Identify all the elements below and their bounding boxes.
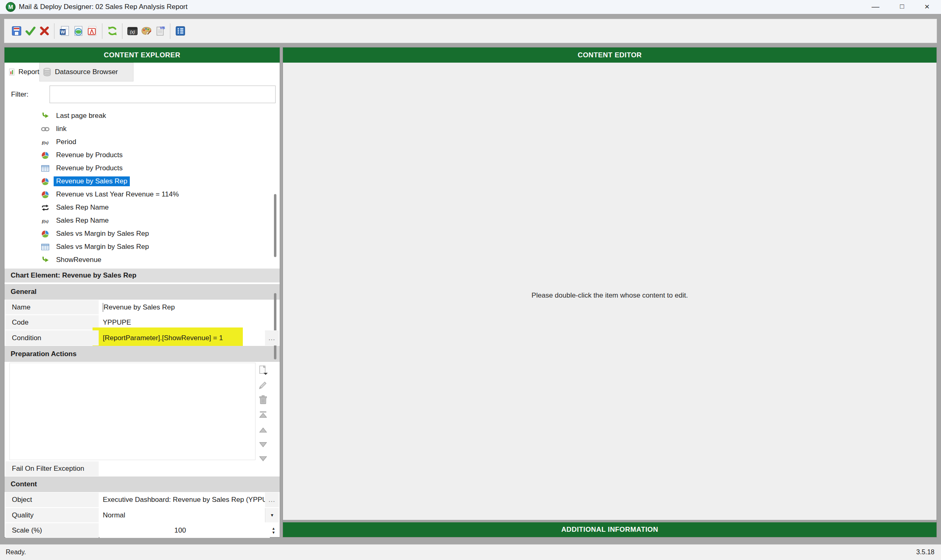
expression-icon [127, 25, 138, 36]
validate-button[interactable] [23, 24, 37, 38]
pdf-document-icon [87, 25, 98, 36]
pie-chart-icon [41, 151, 50, 160]
save-button[interactable] [9, 24, 23, 38]
refresh-button[interactable] [105, 24, 119, 38]
content-editor-header: CONTENT EDITOR [283, 47, 936, 63]
tree-item[interactable]: ShowRevenue [5, 253, 273, 266]
tree-item-selected[interactable]: Revenue by Sales Rep [5, 175, 273, 188]
maximize-button[interactable]: □ [890, 0, 914, 14]
name-label: Name [5, 300, 99, 314]
cancel-button[interactable] [37, 24, 51, 38]
move-to-top-icon [258, 410, 269, 421]
title-bar: M Mail & Deploy Designer: 02 Sales Rep A… [0, 0, 941, 14]
additional-information-header: ADDITIONAL INFORMATION [283, 522, 936, 537]
condition-label: Condition [5, 330, 99, 345]
export-html-button[interactable] [71, 24, 85, 38]
property-row-fail-on-filter: Fail On Filter Exception [5, 461, 279, 476]
quality-dropdown-button[interactable]: ▼ [265, 508, 279, 522]
status-text: Ready. [6, 544, 26, 560]
export-word-button[interactable] [57, 24, 71, 38]
move-up-icon [258, 425, 269, 436]
move-up-button[interactable] [256, 424, 269, 437]
editor-placeholder-text: Please double-click the item whose conte… [283, 291, 936, 300]
spinner-down-icon[interactable]: ▼ [272, 531, 276, 535]
expression-button[interactable] [125, 24, 139, 38]
edit-action-button[interactable] [256, 378, 269, 391]
move-down-button[interactable] [256, 438, 269, 451]
modules-button[interactable] [173, 24, 187, 38]
tab-report[interactable]: Report [5, 63, 39, 81]
report-chart-icon [8, 67, 16, 77]
checkmark-icon [25, 25, 36, 36]
toolbar-separator [102, 23, 102, 39]
condition-ellipsis-button[interactable]: ... [265, 330, 279, 345]
repeat-icon [41, 203, 50, 212]
content-explorer-panel: CONTENT EXPLORER Datasource Browser Repo… [4, 47, 280, 537]
object-ellipsis-button[interactable]: ... [265, 492, 279, 507]
filter-input[interactable] [50, 86, 276, 103]
word-document-icon [59, 25, 70, 36]
add-action-button[interactable] [256, 364, 269, 377]
condition-field[interactable]: [ReportParameter].[ShowRevenue] = 1 [100, 330, 270, 345]
modules-icon [175, 25, 186, 36]
scale-spinner[interactable]: ▲ ▼ [269, 523, 278, 538]
table-icon [41, 242, 50, 252]
section-preparation-actions: Preparation Actions [5, 346, 280, 362]
function-icon [41, 138, 50, 147]
scale-field[interactable]: 100 [100, 523, 270, 538]
property-row-object: Object Executive Dashboard: Revenue by S… [5, 492, 279, 508]
fail-on-filter-label: Fail On Filter Exception [5, 461, 99, 476]
property-row-quality: Quality Normal ▼ [5, 508, 279, 523]
window-title: Mail & Deploy Designer: 02 Sales Rep Ana… [19, 0, 188, 14]
main-toolbar [4, 19, 937, 43]
move-down-icon [258, 439, 269, 450]
status-bar: Ready. 3.5.18 [0, 544, 941, 560]
tree-item[interactable]: Sales vs Margin by Sales Rep [5, 227, 273, 240]
close-button[interactable]: × [915, 0, 939, 14]
vb-script-icon [155, 25, 166, 36]
tree-scrollbar-thumb[interactable] [274, 194, 276, 257]
tree-item[interactable]: Sales Rep Name [5, 214, 273, 227]
refresh-icon [107, 25, 118, 36]
preparation-actions-list[interactable] [9, 363, 256, 460]
toolbar-separator [170, 23, 170, 39]
chevron-down-icon: ▼ [270, 513, 274, 517]
save-icon [11, 25, 22, 36]
property-row-condition: Condition [ReportParameter].[ShowRevenue… [5, 330, 279, 346]
tree-item[interactable]: Last page break [5, 109, 273, 122]
tab-datasource-browser[interactable]: Datasource Browser [39, 63, 133, 81]
move-to-top-button[interactable] [256, 409, 269, 422]
tree-item[interactable]: Sales vs Margin by Sales Rep [5, 240, 273, 253]
tree-item[interactable]: Sales Rep Name [5, 201, 273, 214]
pie-chart-icon [41, 190, 50, 199]
script-button[interactable] [153, 24, 167, 38]
design-button[interactable] [139, 24, 153, 38]
html-document-icon [73, 25, 84, 36]
tree-item[interactable]: Revenue by Products [5, 149, 273, 162]
page-break-icon [41, 111, 50, 121]
tree-item[interactable]: Revenue vs Last Year Revenue = 114% [5, 188, 273, 201]
delete-action-button[interactable] [256, 393, 269, 406]
toolbar-separator [54, 23, 54, 39]
content-editor-body[interactable]: Please double-click the item whose conte… [283, 63, 936, 520]
pencil-icon [258, 379, 269, 391]
name-field[interactable]: Revenue by Sales Rep [100, 300, 270, 314]
object-field[interactable]: Executive Dashboard: Revenue by Sales Re… [100, 492, 265, 507]
tab-label: Report [18, 68, 39, 76]
add-action-icon [258, 365, 269, 376]
tree-item[interactable]: link [5, 122, 273, 135]
quality-select[interactable]: Normal [100, 508, 270, 522]
tab-label: Datasource Browser [55, 68, 118, 76]
toolbar-separator [122, 23, 122, 39]
palette-icon [141, 25, 152, 36]
minimize-button[interactable]: — [863, 0, 888, 14]
fail-on-filter-cell [100, 461, 270, 476]
page-break-icon [41, 255, 50, 265]
tree-item[interactable]: Period [5, 135, 273, 149]
export-pdf-button[interactable] [85, 24, 99, 38]
section-content: Content [5, 476, 280, 492]
spinner-up-icon[interactable]: ▲ [272, 526, 276, 531]
tree-item[interactable]: Revenue by Products [5, 162, 273, 175]
section-general: General [5, 284, 280, 300]
app-icon: M [6, 2, 16, 12]
